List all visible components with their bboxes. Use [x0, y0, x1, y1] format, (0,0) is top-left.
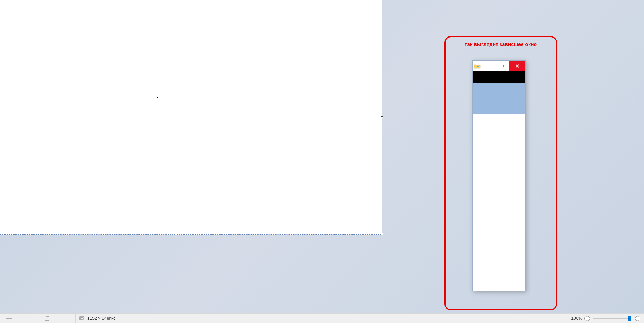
status-segment-cursor — [0, 314, 18, 323]
canvas-mark — [307, 109, 307, 110]
dimensions-icon — [79, 316, 84, 320]
window-titlebar — [473, 61, 525, 71]
zoom-percent-label: 100% — [571, 316, 582, 321]
folder-icon — [474, 64, 481, 69]
minimize-button[interactable] — [481, 61, 489, 71]
zoom-slider-thumb[interactable] — [628, 316, 631, 321]
canvas-mark — [157, 97, 158, 98]
selection-icon — [44, 315, 50, 321]
canvas-dimensions-label: 1152 × 648пкс — [87, 316, 115, 321]
resize-handle-bottom[interactable] — [175, 233, 177, 235]
svg-rect-5 — [80, 318, 83, 319]
resize-handle-corner[interactable] — [381, 233, 383, 235]
zoom-in-button[interactable]: + — [635, 316, 640, 321]
status-bar: 1152 × 648пкс 100% − + — [0, 313, 644, 323]
zoom-controls: 100% − + — [571, 316, 644, 321]
zoom-out-button[interactable]: − — [584, 316, 590, 321]
resize-handle-right[interactable] — [381, 116, 383, 118]
status-segment-dimensions: 1152 × 648пкс — [76, 314, 133, 323]
window-dark-band — [473, 71, 525, 83]
close-button[interactable] — [509, 61, 525, 71]
zoom-slider[interactable] — [593, 318, 631, 319]
status-segment-empty — [133, 314, 571, 323]
maximize-button[interactable] — [500, 61, 509, 71]
svg-rect-0 — [477, 66, 479, 67]
frozen-window — [472, 60, 526, 291]
window-blue-band — [473, 83, 525, 114]
canvas-area[interactable] — [0, 0, 382, 235]
annotation-highlight-box: так выглядит зависшее окно — [444, 36, 557, 310]
close-icon — [516, 64, 519, 68]
svg-rect-3 — [45, 316, 49, 320]
status-segment-selection — [18, 314, 76, 323]
crosshair-icon — [6, 315, 12, 321]
annotation-label: так выглядит зависшее окно — [446, 42, 556, 47]
